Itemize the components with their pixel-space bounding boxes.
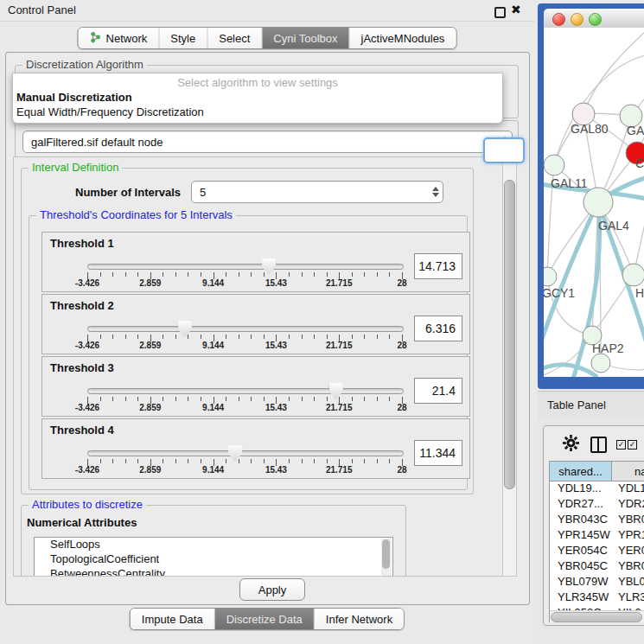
table-row[interactable]: YBR043CYBR0 — [550, 513, 644, 528]
H-node[interactable] — [622, 264, 644, 286]
tick-label: 15.43 — [253, 465, 298, 475]
minor-tick — [163, 459, 163, 463]
cell-shared-name[interactable]: YER054C — [550, 544, 612, 559]
combo-stepper-icon[interactable] — [429, 187, 443, 197]
network-canvas[interactable]: GAL80GACGAL11GAL4GCY1HHAP2 — [544, 28, 644, 377]
slider-thumb[interactable] — [178, 321, 192, 337]
minor-tick — [327, 335, 328, 339]
table-horizontal-scrollbar[interactable] — [550, 610, 644, 622]
cell-shared-name[interactable]: YBR045C — [550, 559, 612, 575]
bottom-node[interactable] — [591, 354, 610, 373]
minor-tick — [389, 272, 390, 277]
cell-name[interactable]: YBR0 — [612, 513, 644, 528]
gear-icon[interactable] — [563, 435, 579, 451]
minor-tick — [125, 397, 126, 401]
table-row[interactable]: YPR145WYPR1 — [550, 528, 644, 544]
table-row[interactable]: YDL19...YDL1 — [550, 481, 644, 497]
network-edge[interactable] — [583, 31, 644, 114]
slider-thumb[interactable] — [228, 445, 242, 462]
cell-name[interactable]: YDR2 — [612, 497, 644, 513]
column-header-name[interactable]: na — [612, 462, 644, 481]
node-label-gal4: GAL4 — [598, 219, 629, 233]
cell-name[interactable]: YDL1 — [612, 481, 644, 497]
tab-cyni-toolbox[interactable]: Cyni Toolbox — [262, 28, 349, 48]
table-row[interactable]: YLR345WYLR3 — [550, 590, 644, 606]
numerical-attributes-list[interactable]: SelfLoopsTopologicalCoefficientBetweenne… — [34, 537, 393, 577]
popup-item-manual-discretization[interactable]: Manual Discretization — [16, 91, 132, 104]
minor-tick — [364, 459, 365, 463]
threshold-value-input[interactable]: 6.316 — [414, 316, 462, 341]
slider-track[interactable] — [87, 450, 404, 456]
tick-label: 2.859 — [128, 403, 173, 412]
table-toolbar: ✓ ✓ — [544, 430, 644, 457]
table-row[interactable]: YER054CYER0 — [550, 544, 644, 559]
tab-discretize-data[interactable]: Discretize Data — [215, 609, 315, 629]
slider-thumb[interactable] — [329, 383, 343, 399]
threshold-value-input[interactable]: 11.344 — [414, 440, 462, 466]
scrollbar-thumb[interactable] — [504, 180, 515, 489]
tab-select[interactable]: Select — [207, 28, 262, 48]
num-intervals-combobox[interactable]: 5 — [191, 181, 443, 203]
network-edge[interactable] — [544, 365, 597, 377]
cell-shared-name[interactable]: YPR145W — [550, 528, 612, 544]
threshold-value-input[interactable]: 21.4 — [414, 378, 462, 404]
popup-item-equal-width-frequency[interactable]: Equal Width/Frequency Discretization — [16, 105, 204, 118]
tab-infer-network[interactable]: Infer Network — [315, 609, 404, 629]
minor-tick — [352, 272, 353, 277]
checkbox-icon[interactable]: ✓ — [628, 440, 637, 450]
cell-shared-name[interactable]: YBL079W — [550, 575, 612, 590]
table-row[interactable]: YBR045CYBR0 — [550, 559, 644, 575]
table-panel-bar: Table Panel — [538, 391, 644, 420]
minor-tick — [352, 335, 353, 339]
threshold-panel-3: Threshold 3-3.4262.8599.14415.4321.71528… — [41, 356, 470, 417]
slider-track[interactable] — [87, 388, 404, 394]
popup-placeholder: Select algorithm to view settings — [13, 76, 502, 89]
minor-tick — [264, 272, 265, 277]
threshold-value-input[interactable]: 14.713 — [414, 253, 462, 279]
float-window-icon[interactable] — [494, 7, 506, 18]
apply-button[interactable]: Apply — [239, 578, 305, 601]
minimize-traffic-light[interactable] — [571, 13, 583, 26]
close-icon[interactable]: ✖ — [511, 3, 521, 16]
cell-name[interactable]: YBR0 — [612, 559, 644, 575]
GAL11-node[interactable] — [544, 155, 564, 175]
minor-tick — [377, 272, 378, 277]
table-row[interactable]: YBL079WYBL0 — [550, 575, 644, 590]
list-scrollbar[interactable] — [381, 539, 392, 577]
tab-impute-data[interactable]: Impute Data — [131, 609, 215, 629]
attribute-item-betweennesscentrality[interactable]: BetweennessCentrality — [35, 567, 392, 577]
attribute-item-topologicalcoefficient[interactable]: TopologicalCoefficient — [35, 552, 392, 567]
tab-jactivemnodules[interactable]: jActiveMNodules — [350, 28, 456, 48]
GCY1-node[interactable] — [544, 267, 557, 286]
checkbox-icon[interactable]: ✓ — [616, 440, 626, 450]
cell-name[interactable]: YER0 — [612, 544, 644, 559]
network-window-titlebar[interactable] — [544, 9, 644, 29]
column-header-shared-name[interactable]: shared... — [550, 462, 612, 481]
settings-scrollbar[interactable] — [502, 156, 517, 577]
minor-tick — [226, 459, 226, 463]
table-data-combobox[interactable]: galFiltered.sif default node — [22, 131, 513, 153]
cell-shared-name[interactable]: YLR345W — [550, 590, 612, 606]
close-traffic-light[interactable] — [552, 13, 565, 26]
cell-shared-name[interactable]: YBR043C — [550, 513, 612, 528]
zoom-traffic-light[interactable] — [589, 13, 602, 26]
tick-label: 28 — [379, 403, 424, 412]
cell-shared-name[interactable]: YDR27... — [550, 497, 612, 513]
GAL4-node[interactable] — [583, 188, 613, 217]
table-columns-icon[interactable] — [590, 437, 607, 453]
tab-network[interactable]: Network — [79, 28, 160, 48]
cell-shared-name[interactable]: YDL19... — [550, 481, 612, 497]
table-row[interactable]: YDR27...YDR2 — [550, 497, 644, 513]
cell-name[interactable]: YBL0 — [612, 575, 644, 590]
slider-track[interactable] — [87, 326, 404, 332]
slider-track[interactable] — [87, 264, 404, 270]
scrollbar-thumb[interactable] — [551, 612, 642, 622]
tab-style[interactable]: Style — [159, 28, 207, 48]
numerical-attributes-label: Numerical Attributes — [27, 516, 137, 529]
algorithm-combobox[interactable] — [483, 137, 525, 163]
minor-tick — [302, 272, 303, 277]
cell-name[interactable]: YLR3 — [612, 590, 644, 606]
attribute-item-selfloops[interactable]: SelfLoops — [35, 538, 392, 552]
tick-label: 15.43 — [253, 278, 298, 288]
cell-name[interactable]: YPR1 — [612, 528, 644, 544]
